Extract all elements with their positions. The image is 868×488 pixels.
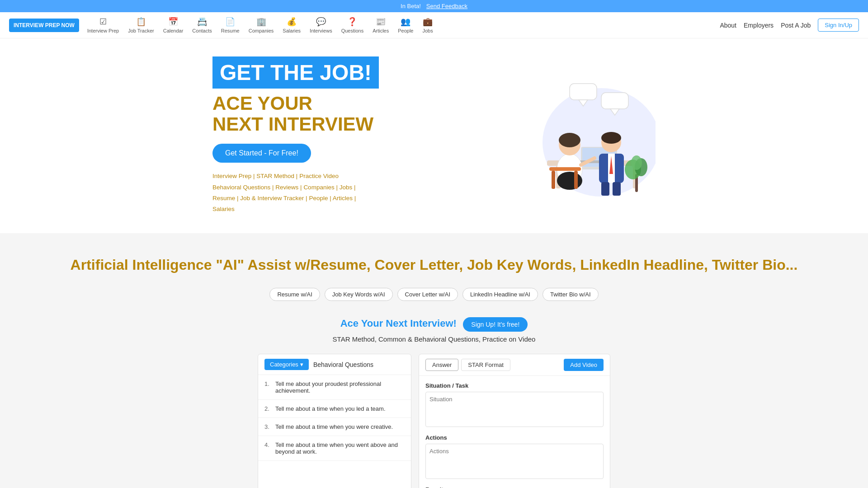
ace-subtitle: STAR Method, Common & Behavioral Questio… — [18, 335, 850, 343]
hero-link-resume[interactable]: Resume — [212, 195, 235, 202]
chip-linkedin-ai[interactable]: LinkedIn Headline w/AI — [462, 288, 538, 301]
svg-point-12 — [557, 172, 582, 190]
get-started-button[interactable]: Get Started - For Free! — [212, 144, 311, 163]
question-num-2: 2. — [264, 405, 272, 412]
svg-rect-22 — [613, 182, 621, 196]
nav-item-calendar[interactable]: 📅 Calendar — [160, 15, 187, 35]
interviews-icon: 💬 — [316, 17, 326, 27]
top-nav: INTERVIEW PREP NOW ☑ Interview Prep 📋 Jo… — [0, 12, 868, 38]
signin-button[interactable]: Sign In/Up — [818, 19, 859, 32]
hero-link-tracker[interactable]: Job & Interview Tracker — [240, 195, 304, 202]
nav-item-contacts[interactable]: 📇 Contacts — [189, 15, 215, 35]
questions-icon: ❓ — [347, 17, 357, 27]
chip-resume-ai[interactable]: Resume w/AI — [269, 288, 320, 301]
nav-label-salaries: Salaries — [283, 28, 301, 33]
svg-rect-21 — [601, 182, 609, 196]
nav-items: ☑ Interview Prep 📋 Job Tracker 📅 Calenda… — [84, 15, 437, 35]
contacts-icon: 📇 — [197, 17, 207, 27]
nav-label-calendar: Calendar — [163, 28, 184, 33]
nav-logo[interactable]: INTERVIEW PREP NOW — [9, 19, 79, 32]
nav-label-job-tracker: Job Tracker — [128, 28, 154, 33]
interview-prep-icon: ☑ — [99, 17, 107, 27]
right-panel: Answer STAR Format Add Video Situation /… — [419, 354, 610, 488]
nav-item-companies[interactable]: 🏢 Companies — [245, 15, 278, 35]
nav-label-contacts: Contacts — [192, 28, 212, 33]
hero-link-behavioral[interactable]: Behavioral Questions — [212, 184, 270, 191]
question-text-2: Tell me about a time when you led a team… — [275, 405, 386, 412]
tab-star-format[interactable]: STAR Format — [461, 359, 510, 371]
post-a-job-link[interactable]: Post A Job — [781, 22, 811, 29]
question-num-4: 4. — [264, 441, 272, 448]
tab-answer[interactable]: Answer — [425, 359, 458, 371]
salaries-icon: 💰 — [287, 17, 297, 27]
tab-group: Answer STAR Format — [425, 359, 510, 371]
categories-button[interactable]: Categories ▾ — [264, 359, 309, 370]
nav-item-people[interactable]: 👥 People — [394, 15, 417, 35]
situation-textarea[interactable] — [425, 392, 604, 427]
nav-item-interview-prep[interactable]: ☑ Interview Prep — [84, 15, 123, 35]
nav-item-job-tracker[interactable]: 📋 Job Tracker — [124, 15, 157, 35]
hero-illustration — [511, 70, 656, 201]
hero-link-salaries[interactable]: Salaries — [212, 206, 235, 212]
svg-rect-3 — [601, 93, 628, 109]
nav-left: INTERVIEW PREP NOW ☑ Interview Prep 📋 Jo… — [9, 15, 437, 35]
nav-item-resume[interactable]: 📄 Resume — [217, 15, 243, 35]
question-list: 1. Tell me about your proudest professio… — [258, 375, 411, 461]
add-video-button[interactable]: Add Video — [564, 359, 604, 371]
hero-subheadline: ACE YOUR NEXT INTERVIEW — [212, 93, 484, 135]
question-text-1: Tell me about your proudest professional… — [275, 380, 405, 394]
panel-title: Behavioral Questions — [313, 361, 373, 368]
hero-link-companies[interactable]: Companies — [303, 184, 334, 191]
question-item-1[interactable]: 1. Tell me about your proudest professio… — [258, 375, 411, 400]
nav-item-jobs[interactable]: 💼 Jobs — [419, 15, 437, 35]
hero-link-reviews[interactable]: Reviews — [275, 184, 298, 191]
nav-right: About Employers Post A Job Sign In/Up — [720, 19, 859, 32]
feedback-link[interactable]: Send Feedback — [426, 3, 467, 9]
question-num-3: 3. — [264, 423, 272, 430]
chip-twitter-ai[interactable]: Twitter Bio w/AI — [542, 288, 599, 301]
nav-label-resume: Resume — [221, 28, 240, 33]
hero-link-jobs[interactable]: Jobs — [340, 184, 353, 191]
hero-links: Interview Prep | STAR Method | Practice … — [212, 171, 484, 215]
nav-label-articles: Articles — [373, 28, 389, 33]
ace-title: Ace Your Next Interview! — [340, 318, 457, 329]
svg-rect-24 — [552, 171, 555, 189]
beta-text: In Beta! — [401, 3, 421, 9]
question-text-3: Tell me about a time when you were creat… — [275, 423, 393, 430]
job-tracker-icon: 📋 — [136, 17, 146, 27]
hero-link-articles[interactable]: Articles — [333, 195, 353, 202]
chip-cover-letter-ai[interactable]: Cover Letter w/AI — [397, 288, 458, 301]
question-item-4[interactable]: 4. Tell me about a time when you went ab… — [258, 436, 411, 461]
nav-label-companies: Companies — [249, 28, 274, 33]
hero-link-video[interactable]: Practice Video — [299, 173, 339, 179]
articles-icon: 📰 — [376, 17, 386, 27]
hero-link-star[interactable]: STAR Method — [256, 173, 294, 179]
nav-item-interviews[interactable]: 💬 Interviews — [306, 15, 336, 35]
results-label: Results — [425, 486, 604, 488]
chip-job-keywords-ai[interactable]: Job Key Words w/AI — [325, 288, 393, 301]
hero-section: GET THE JOB! ACE YOUR NEXT INTERVIEW Get… — [0, 38, 868, 233]
actions-label: Actions — [425, 434, 604, 441]
actions-textarea[interactable] — [425, 444, 604, 479]
question-item-3[interactable]: 3. Tell me about a time when you were cr… — [258, 418, 411, 436]
jobs-icon: 💼 — [423, 17, 433, 27]
nav-item-salaries[interactable]: 💰 Salaries — [279, 15, 304, 35]
svg-rect-23 — [549, 167, 581, 171]
hero-link-interview-prep[interactable]: Interview Prep — [212, 173, 251, 179]
calendar-icon: 📅 — [168, 17, 178, 27]
nav-item-articles[interactable]: 📰 Articles — [369, 15, 392, 35]
question-item-2[interactable]: 2. Tell me about a time when you led a t… — [258, 400, 411, 418]
nav-item-questions[interactable]: ❓ Questions — [338, 15, 368, 35]
about-link[interactable]: About — [720, 22, 736, 29]
interview-panel: Categories ▾ Behavioral Questions 1. Tel… — [258, 354, 610, 488]
categories-chevron-icon: ▾ — [300, 361, 303, 368]
question-num-1: 1. — [264, 380, 272, 387]
svg-rect-1 — [570, 84, 597, 100]
categories-label: Categories — [270, 361, 298, 368]
nav-label-questions: Questions — [341, 28, 364, 33]
hero-link-people[interactable]: People — [309, 195, 328, 202]
nav-label-jobs: Jobs — [423, 28, 433, 33]
question-text-4: Tell me about a time when you went above… — [275, 441, 405, 455]
employers-link[interactable]: Employers — [744, 22, 774, 29]
signup-free-button[interactable]: Sign Up! It's free! — [463, 317, 528, 332]
